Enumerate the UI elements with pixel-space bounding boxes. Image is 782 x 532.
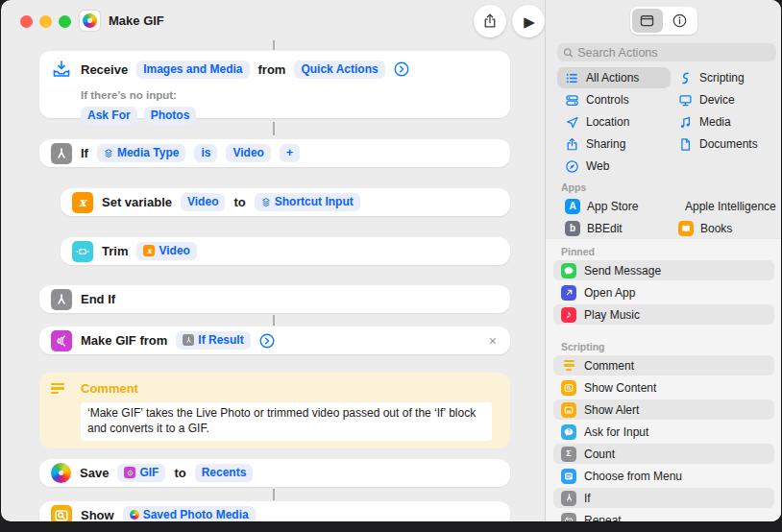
apps-section-header: Apps xyxy=(561,181,586,193)
apps-grid: A App Store Apple Intelligence b BBEdit … xyxy=(557,196,774,238)
action-list-panel: Pinned Send Message Open App ♪ Play Musi… xyxy=(546,238,781,521)
input-type-token[interactable]: Images and Media xyxy=(136,60,249,79)
category-web[interactable]: Web xyxy=(557,156,671,177)
delete-action-button[interactable]: × xyxy=(489,334,497,348)
category-documents[interactable]: Documents xyxy=(671,133,774,155)
variable-name-token[interactable]: Video xyxy=(181,193,225,211)
app-store-icon: A xyxy=(565,199,580,214)
input-source-token[interactable]: Quick Actions xyxy=(294,60,384,79)
category-controls[interactable]: Controls xyxy=(557,89,671,110)
action-label: End If xyxy=(81,292,115,306)
s-curve-icon xyxy=(678,71,693,85)
compass-icon xyxy=(565,159,579,174)
flow-connector xyxy=(273,315,275,326)
action-card-trim[interactable]: Trim x Video xyxy=(61,237,510,265)
photos-token[interactable]: Photos xyxy=(144,107,197,125)
action-row-show-alert[interactable]: Show Alert xyxy=(553,399,774,420)
action-label: Show xyxy=(81,508,114,521)
shortcut-details-tab[interactable] xyxy=(665,9,696,33)
if-result-mini-icon xyxy=(183,334,194,346)
to-label: to xyxy=(174,466,185,480)
document-icon xyxy=(678,137,693,152)
receive-tray-icon xyxy=(51,59,72,80)
repeat-icon xyxy=(561,513,576,522)
variable-icon: x xyxy=(72,192,93,213)
run-shortcut-button[interactable]: ▶ xyxy=(512,5,545,37)
add-condition-button[interactable]: + xyxy=(280,144,300,162)
action-card-comment[interactable]: Comment ‘Make GIF’ takes the Live Photo … xyxy=(39,373,510,448)
category-scripting[interactable]: Scripting xyxy=(671,67,774,88)
minimize-window-button[interactable] xyxy=(39,15,52,28)
library-box-icon xyxy=(639,12,655,29)
shortcut-input-icon xyxy=(104,148,113,158)
action-card-if[interactable]: If Media Type is Video + xyxy=(39,139,510,167)
action-row-comment[interactable]: Comment xyxy=(553,355,774,375)
branch-icon xyxy=(561,491,576,506)
open-app-icon xyxy=(561,285,576,301)
action-library-tab[interactable] xyxy=(632,9,663,33)
action-row-open-app[interactable]: Open App xyxy=(553,282,774,302)
books-icon xyxy=(678,221,694,236)
action-card-make-gif[interactable]: Make GIF from If Result × xyxy=(39,326,510,354)
action-card-set-variable[interactable]: x Set variable Video to Shortcut Input xyxy=(61,188,510,216)
gif-mini-icon xyxy=(124,467,135,478)
play-music-icon: ♪ xyxy=(561,307,576,323)
action-row-if[interactable]: If xyxy=(553,488,774,508)
branch-icon xyxy=(51,143,72,164)
condition-operator-token[interactable]: is xyxy=(194,144,217,162)
paper-plane-icon xyxy=(565,115,579,130)
action-row-play-music[interactable]: ♪ Play Music xyxy=(553,304,774,325)
save-input-token[interactable]: GIF xyxy=(117,464,165,482)
action-card-end-if[interactable]: End If xyxy=(39,285,510,313)
action-row-ask-for-input[interactable]: ? Ask for Input xyxy=(553,422,774,442)
search-input[interactable] xyxy=(577,46,770,60)
action-row-repeat[interactable]: Repeat xyxy=(553,510,774,521)
action-card-save[interactable]: Save GIF to Recents xyxy=(39,459,510,487)
category-device[interactable]: Device xyxy=(671,89,774,110)
share-button[interactable] xyxy=(474,5,506,37)
action-row-count[interactable]: Σ Count xyxy=(553,444,774,464)
shortcut-app-icon xyxy=(80,11,100,31)
action-label: Save xyxy=(80,466,109,480)
album-token[interactable]: Recents xyxy=(195,464,254,482)
photos-app-icon xyxy=(51,463,71,483)
category-all-actions[interactable]: All Actions xyxy=(557,67,671,88)
scripting-section-header: Scripting xyxy=(561,341,605,352)
app-books[interactable]: Books xyxy=(671,218,774,238)
send-message-icon xyxy=(561,263,576,278)
action-label: Set variable xyxy=(102,195,172,209)
action-label: Receive xyxy=(81,62,128,77)
photos-flower-icon xyxy=(83,13,97,28)
category-location[interactable]: Location xyxy=(557,111,671,133)
condition-value-token[interactable]: Video xyxy=(226,144,270,162)
search-actions-field[interactable] xyxy=(557,43,776,61)
toggles-icon xyxy=(565,93,579,108)
make-gif-icon xyxy=(51,330,72,351)
zoom-window-button[interactable] xyxy=(59,15,71,28)
svg-text:?: ? xyxy=(567,428,570,434)
comment-icon xyxy=(561,360,576,372)
action-row-choose-from-menu[interactable]: Choose from Menu xyxy=(553,466,774,486)
gif-input-token[interactable]: If Result xyxy=(176,331,250,350)
action-row-show-content[interactable]: Show Content xyxy=(553,377,774,398)
action-row-send-message[interactable]: Send Message xyxy=(553,260,774,280)
action-card-show[interactable]: Show Saved Photo Media xyxy=(39,501,510,521)
variable-value-token[interactable]: Shortcut Input xyxy=(255,193,360,211)
variable-mini-icon: x xyxy=(143,245,155,256)
category-sharing[interactable]: Sharing xyxy=(557,133,671,155)
comment-text-field[interactable]: ‘Make GIF’ takes the Live Photo or trimm… xyxy=(81,402,492,441)
ask-for-token[interactable]: Ask For xyxy=(81,107,137,125)
show-alert-icon xyxy=(561,402,576,418)
trim-input-token[interactable]: x Video xyxy=(136,242,196,260)
condition-input-token[interactable]: Media Type xyxy=(97,144,185,162)
close-window-button[interactable] xyxy=(20,15,33,28)
show-input-token[interactable]: Saved Photo Media xyxy=(123,506,256,521)
app-apple-intelligence[interactable]: Apple Intelligence xyxy=(671,196,774,217)
trim-icon xyxy=(72,241,93,262)
category-media[interactable]: Media xyxy=(671,111,774,133)
action-card-receive[interactable]: Receive Images and Media from Quick Acti… xyxy=(39,51,510,118)
app-bbedit[interactable]: b BBEdit xyxy=(557,218,671,238)
expand-chevron-button[interactable] xyxy=(394,61,409,77)
expand-chevron-button[interactable] xyxy=(259,333,275,349)
app-app-store[interactable]: A App Store xyxy=(557,196,671,217)
